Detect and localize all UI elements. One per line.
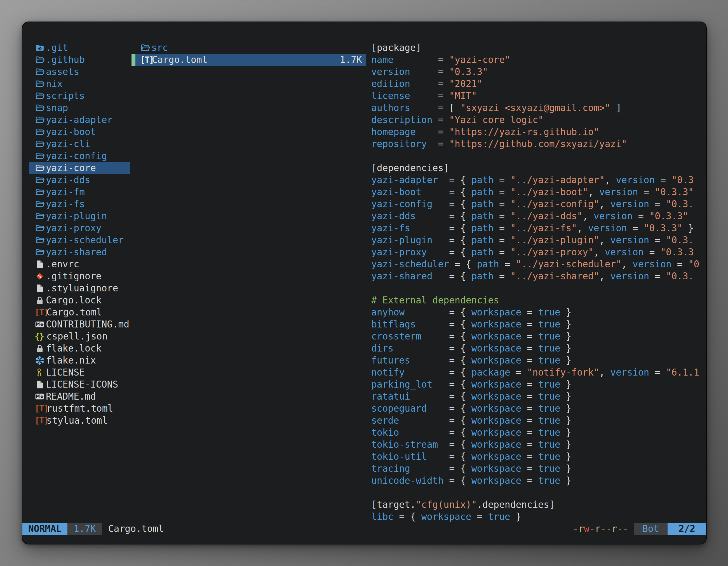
- file-name: cspell.json: [46, 331, 108, 342]
- folder-open-icon: [35, 223, 45, 233]
- file-row--gitignore[interactable]: .gitignore: [29, 270, 130, 282]
- file-row-cspell-json[interactable]: {}cspell.json: [29, 330, 130, 342]
- file-row-contributing-md[interactable]: CONTRIBUTING.md: [29, 318, 130, 330]
- file-row-snap[interactable]: snap: [29, 102, 130, 114]
- file-row-yazi-adapter[interactable]: yazi-adapter: [29, 114, 130, 126]
- file-row-yazi-proxy[interactable]: yazi-proxy: [29, 222, 130, 234]
- file-row-content: [T]Cargo.toml: [29, 306, 130, 318]
- scroll-position-badge: Bot: [634, 523, 668, 535]
- preview-line: [target."cfg(unix)".dependencies]: [371, 499, 706, 511]
- file-row-content: LICENSE: [29, 366, 130, 378]
- preview-line: dirs = { workspace = true }: [371, 342, 706, 354]
- file-row-assets[interactable]: assets: [29, 66, 130, 78]
- file-row-content: src: [135, 42, 366, 54]
- terminal-window: .git.githubassetsnixscriptssnapyazi-adap…: [22, 22, 707, 544]
- file-row-cargo-lock[interactable]: Cargo.lock: [29, 294, 130, 306]
- file-row--git[interactable]: .git: [29, 42, 130, 54]
- folder-open-icon: [35, 163, 45, 173]
- file-row-license[interactable]: LICENSE: [29, 366, 130, 378]
- preview-line: crossterm = { workspace = true }: [371, 330, 706, 342]
- cursor-marker-slot: [131, 42, 135, 54]
- file-name: stylua.toml: [46, 415, 108, 426]
- file-row--github[interactable]: .github: [29, 54, 130, 66]
- folder-open-icon: [35, 115, 45, 125]
- file-row-yazi-shared[interactable]: yazi-shared: [29, 246, 130, 258]
- preview-line: yazi-shared = { path = "../yazi-shared",…: [371, 270, 706, 282]
- folder-open-icon: [35, 211, 45, 221]
- preview-line: yazi-adapter = { path = "../yazi-adapter…: [371, 174, 706, 186]
- file-row-content: CONTRIBUTING.md: [29, 318, 130, 330]
- preview-line: yazi-dds = { path = "../yazi-dds", versi…: [371, 210, 706, 222]
- file-row-yazi-config[interactable]: yazi-config: [29, 150, 130, 162]
- folder-open-icon: [35, 187, 45, 197]
- file-icon: [35, 259, 45, 269]
- file-row-scripts[interactable]: scripts: [29, 90, 130, 102]
- file-row-rustfmt-toml[interactable]: [T]rustfmt.toml: [29, 402, 130, 414]
- preview-line: serde = { workspace = true }: [371, 414, 706, 426]
- file-name: yazi-proxy: [46, 223, 102, 234]
- file-row-yazi-scheduler[interactable]: yazi-scheduler: [29, 234, 130, 246]
- file-row-content: yazi-plugin: [29, 210, 130, 222]
- file-row-content: yazi-boot: [29, 126, 130, 138]
- markdown-icon: [35, 319, 45, 329]
- preview-line: futures = { workspace = true }: [371, 354, 706, 366]
- file-name: snap: [46, 102, 68, 113]
- file-row-readme-md[interactable]: README.md: [29, 390, 130, 402]
- file-name: nix: [46, 78, 63, 89]
- file-row-nix[interactable]: nix: [29, 78, 130, 90]
- git-ignore-icon: [35, 271, 45, 281]
- file-row-flake-lock[interactable]: flake.lock: [29, 342, 130, 354]
- nix-icon: [35, 355, 45, 365]
- file-row-yazi-dds[interactable]: yazi-dds: [29, 174, 130, 186]
- file-row-yazi-fm[interactable]: yazi-fm: [29, 186, 130, 198]
- folder-open-icon: [35, 175, 45, 185]
- preview-line: description = "Yazi core logic": [371, 114, 706, 126]
- file-row-content: yazi-fm: [29, 186, 130, 198]
- file-row-content: yazi-config: [29, 150, 130, 162]
- file-row-content: assets: [29, 66, 130, 78]
- file-name: yazi-shared: [46, 247, 107, 258]
- preview-line: version = "0.3.3": [371, 66, 706, 78]
- preview-line: [371, 487, 706, 499]
- folder-open-icon: [35, 79, 45, 89]
- file-row-cargo-toml[interactable]: [T]Cargo.toml: [29, 306, 130, 318]
- file-name: yazi-core: [46, 163, 96, 173]
- file-name: flake.lock: [46, 343, 102, 354]
- preview-line: anyhow = { workspace = true }: [371, 306, 706, 318]
- file-row-content: [T]rustfmt.toml: [29, 402, 130, 414]
- folder-open-icon: [35, 139, 45, 149]
- file-row-yazi-core[interactable]: yazi-core: [29, 162, 130, 174]
- file-row-src[interactable]: src: [131, 42, 366, 54]
- file-row-yazi-cli[interactable]: yazi-cli: [29, 138, 130, 150]
- preview-line: notify = { package = "notify-fork", vers…: [371, 366, 706, 378]
- file-row-yazi-plugin[interactable]: yazi-plugin: [29, 210, 130, 222]
- file-row-stylua-toml[interactable]: [T]stylua.toml: [29, 414, 130, 426]
- status-bar-right: -rw-r--r-- Bot 2/2: [573, 523, 706, 535]
- file-row-content: flake.lock: [29, 342, 130, 354]
- file-row-content: .gitignore: [29, 270, 130, 282]
- file-row-content: yazi-adapter: [29, 114, 130, 126]
- file-row--envrc[interactable]: .envrc: [29, 258, 130, 270]
- file-name: .gitignore: [46, 271, 102, 282]
- file-row-cargo-toml[interactable]: [T]Cargo.toml1.7K: [131, 54, 366, 66]
- file-name: scripts: [46, 90, 85, 101]
- file-icon: [35, 379, 45, 389]
- folder-open-icon: [35, 103, 45, 113]
- folder-open-icon: [35, 199, 45, 209]
- file-row-yazi-boot[interactable]: yazi-boot: [29, 126, 130, 138]
- folder-open-icon: [35, 127, 45, 137]
- file-name: yazi-config: [46, 151, 107, 161]
- file-row-yazi-fs[interactable]: yazi-fs: [29, 198, 130, 210]
- toml-icon: [T]: [35, 415, 46, 425]
- file-row-content: .github: [29, 54, 130, 66]
- file-name: CONTRIBUTING.md: [46, 319, 129, 330]
- preview-line: libc = { workspace = true }: [371, 511, 706, 523]
- file-row--styluaignore[interactable]: .styluaignore: [29, 282, 130, 294]
- file-row-license-icons[interactable]: LICENSE-ICONS: [29, 378, 130, 390]
- preview-line: [371, 282, 706, 294]
- file-row-flake-nix[interactable]: flake.nix: [29, 354, 130, 366]
- desktop: { "colors": { "terminal_background": "#1…: [0, 0, 728, 566]
- preview-line: name = "yazi-core": [371, 54, 706, 66]
- preview-line: yazi-plugin = { path = "../yazi-plugin",…: [371, 234, 706, 246]
- file-name: rustfmt.toml: [46, 403, 113, 414]
